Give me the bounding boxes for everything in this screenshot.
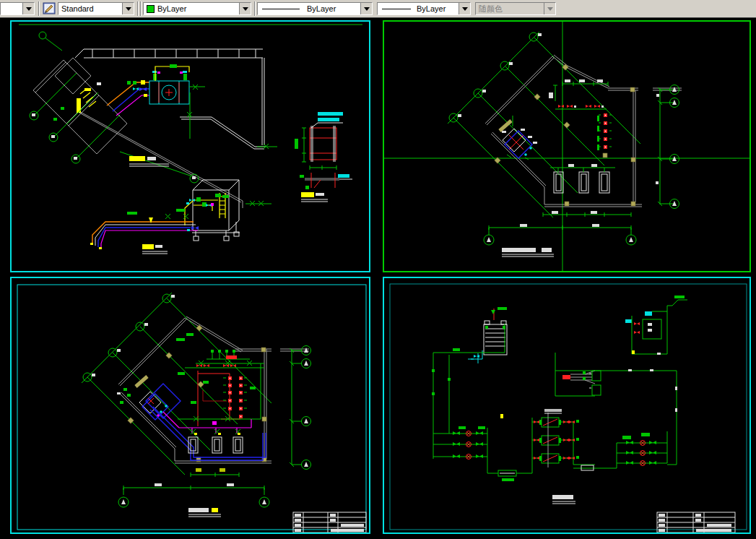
viewport-bottom-left[interactable] <box>10 277 370 534</box>
linetype-combo-value: ByLayer <box>300 4 360 13</box>
equipment-row <box>555 105 607 109</box>
color-combo[interactable]: ByLayer <box>143 2 251 15</box>
toolbar-separator <box>38 1 40 16</box>
grid-bubbles-upper-left <box>82 293 271 475</box>
color-swatch <box>147 5 155 13</box>
tank-assembly <box>185 180 240 241</box>
pumps <box>550 164 615 193</box>
linetype-combo[interactable]: ByLayer <box>257 2 373 15</box>
lineweight-glyph <box>382 9 411 9</box>
viewport-top-right[interactable] <box>383 20 751 272</box>
viewport-bottom-right[interactable] <box>383 277 751 534</box>
building-outline <box>118 316 309 463</box>
color-combo-value: ByLayer <box>155 4 239 13</box>
plot-style-combo: 随颜色 <box>475 2 556 15</box>
green-piping <box>176 333 264 421</box>
linetype-glyph <box>262 9 300 9</box>
left-pump-manifold <box>433 418 532 481</box>
building-outline <box>485 55 682 207</box>
style-combo-value: Standard <box>58 4 122 13</box>
viewport-top-left[interactable] <box>10 20 370 272</box>
unnamed-combo[interactable] <box>0 2 35 15</box>
drawing-title <box>552 495 575 504</box>
right-pump-manifold <box>617 431 667 468</box>
cad-application-window: { "app": { "type": "CAD drawing workspac… <box>0 0 756 539</box>
dropdown-arrow-icon[interactable] <box>360 3 372 14</box>
dropdown-arrow-icon[interactable] <box>22 3 34 14</box>
style-combo[interactable]: Standard <box>58 2 134 15</box>
chillers <box>532 409 617 470</box>
drawing-frame <box>390 284 747 530</box>
toolbar-separator <box>140 1 142 16</box>
grid-leaders-and-bubbles <box>30 32 199 183</box>
red-label <box>562 375 570 379</box>
plot-style-combo-value: 随颜色 <box>476 4 544 14</box>
construction-crosshair <box>384 22 750 271</box>
supply-pipes <box>107 80 149 116</box>
dropdown-arrow-icon[interactable] <box>239 3 251 14</box>
expansion-tank-assembly <box>625 296 687 355</box>
top-toolbar: Standard ByLayer ByLayer ByLayer 随颜色 <box>0 0 756 18</box>
lineweight-combo-value: ByLayer <box>411 4 459 13</box>
toolbar-separator <box>254 1 256 16</box>
pump-room <box>500 116 537 160</box>
drawing-title <box>502 248 554 256</box>
red-piping <box>198 371 247 426</box>
blue-pipe-loop <box>150 407 266 460</box>
dimensions <box>118 346 311 508</box>
detail-pipe-support <box>295 112 352 189</box>
piping-plan-drawing <box>12 22 369 271</box>
dropdown-arrow-icon <box>544 3 555 14</box>
site-plan-drawing <box>384 22 750 271</box>
text-style-icon[interactable] <box>43 2 56 14</box>
pipe-bundle <box>90 209 199 249</box>
drawing-frame <box>17 285 366 530</box>
dense-piping-plan-drawing <box>12 278 369 532</box>
rotated-building <box>33 58 127 154</box>
pump-room <box>117 376 181 420</box>
drawing-title <box>188 508 221 517</box>
roof-parapet-outline <box>75 49 266 208</box>
dimensions <box>484 79 679 245</box>
flow-schematic-drawing <box>384 278 750 532</box>
toolbar-separator <box>137 1 139 16</box>
valve-column <box>597 113 612 158</box>
dropdown-arrow-icon[interactable] <box>122 3 134 14</box>
flow-arrow <box>149 217 153 223</box>
red-label <box>226 355 237 359</box>
pumps <box>188 429 243 453</box>
dropdown-arrow-icon[interactable] <box>459 3 470 14</box>
lineweight-combo[interactable]: ByLayer <box>377 2 471 15</box>
detail-label-cyan <box>318 112 343 116</box>
